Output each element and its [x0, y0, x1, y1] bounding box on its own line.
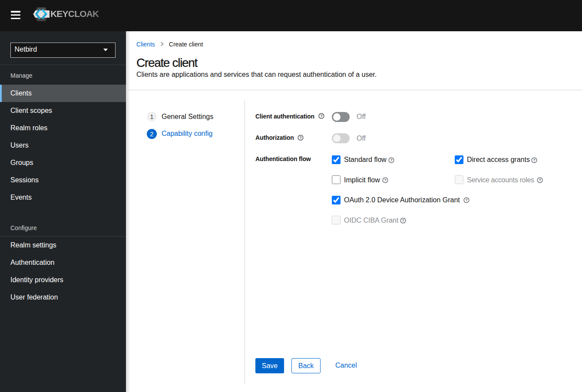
svg-text:?: ? [320, 114, 323, 118]
svg-text:?: ? [299, 135, 302, 140]
svg-text:?: ? [402, 218, 404, 222]
svg-text:?: ? [390, 158, 393, 162]
svg-text:?: ? [539, 178, 541, 182]
svg-text:?: ? [533, 158, 536, 162]
svg-text:?: ? [465, 198, 468, 202]
svg-text:?: ? [384, 178, 387, 182]
